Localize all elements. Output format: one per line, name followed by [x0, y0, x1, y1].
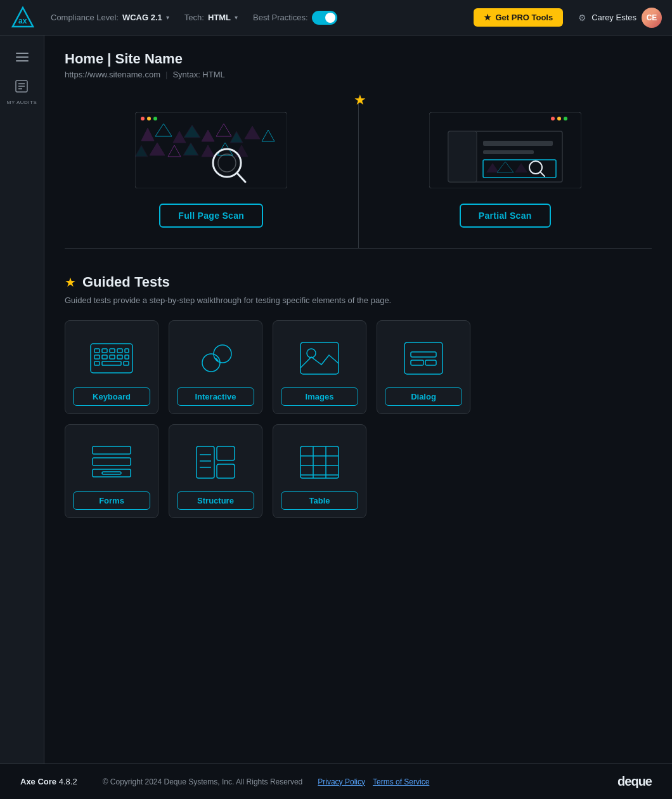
privacy-policy-link[interactable]: Privacy Policy: [318, 777, 365, 786]
tech-item: Tech: HTML ▾: [184, 13, 238, 22]
hamburger-line: [16, 56, 29, 58]
scan-cards-section: Full Page Scan ★: [65, 97, 652, 249]
axe-core-label: Axe Core 4.8.2: [20, 777, 77, 786]
avatar: CE: [642, 8, 662, 28]
svg-point-61: [307, 349, 316, 358]
page-url: https://www.sitename.com: [65, 70, 160, 79]
svg-rect-43: [91, 344, 132, 373]
structure-icon: [177, 432, 254, 491]
guided-tests-title: Guided Tests: [82, 274, 170, 290]
tech-chevron-icon[interactable]: ▾: [235, 14, 238, 21]
partial-scan-illustration: [429, 112, 581, 188]
compliance-level-item: Compliance Level: WCAG 2.1 ▾: [51, 13, 169, 22]
svg-rect-56: [124, 361, 129, 365]
svg-rect-65: [425, 360, 436, 365]
test-row-1: Keyboard Interactiv: [65, 320, 652, 414]
test-card-structure[interactable]: Structure: [169, 424, 262, 518]
test-card-table[interactable]: Table: [273, 424, 366, 518]
forms-test-button[interactable]: Forms: [73, 491, 150, 510]
svg-point-8: [147, 117, 151, 120]
svg-point-31: [557, 117, 561, 120]
test-card-dialog[interactable]: Dialog: [377, 320, 470, 414]
sidebar: MY AUDITS: [0, 36, 44, 763]
svg-point-57: [202, 354, 220, 372]
tech-value: HTML: [208, 13, 231, 22]
test-card-interactive[interactable]: Interactive: [169, 320, 262, 414]
get-pro-tools-button[interactable]: ★ Get PRO Tools: [474, 8, 563, 27]
user-menu[interactable]: ⚙ Carey Estes CE: [578, 8, 662, 28]
svg-rect-66: [93, 446, 131, 454]
tech-label: Tech:: [184, 13, 204, 22]
table-test-button[interactable]: Table: [281, 491, 358, 510]
guided-tests-description: Guided tests provide a step-by-step walk…: [65, 296, 652, 305]
svg-point-30: [551, 117, 555, 120]
svg-rect-54: [94, 361, 100, 365]
compliance-chevron-icon[interactable]: ▾: [166, 14, 169, 21]
full-page-scan-illustration: [135, 112, 287, 188]
main-content: Home | Site Name https://www.sitename.co…: [44, 36, 672, 763]
svg-rect-51: [110, 355, 115, 359]
svg-text:ax: ax: [18, 16, 27, 25]
test-card-images[interactable]: Images: [273, 320, 366, 414]
hamburger-line: [16, 60, 29, 62]
dialog-test-button[interactable]: Dialog: [385, 387, 462, 406]
svg-rect-34: [448, 131, 477, 182]
test-card-forms[interactable]: Forms: [65, 424, 158, 518]
page-meta: https://www.sitename.com | Syntax: HTML: [65, 70, 652, 79]
keyboard-test-button[interactable]: Keyboard: [73, 387, 150, 406]
structure-test-button[interactable]: Structure: [177, 491, 254, 510]
svg-rect-63: [411, 352, 436, 357]
images-test-button[interactable]: Images: [281, 387, 358, 406]
compliance-value: WCAG 2.1: [122, 13, 162, 22]
best-practices-toggle[interactable]: [312, 11, 337, 25]
footer: Axe Core 4.8.2 © Copyright 2024 Deque Sy…: [0, 763, 672, 799]
compliance-label: Compliance Level:: [51, 13, 119, 22]
guided-star-icon: ★: [65, 275, 76, 290]
best-practices-item: Best Practices:: [253, 11, 337, 25]
sidebar-item-my-audits[interactable]: MY AUDITS: [4, 74, 39, 110]
svg-rect-35: [483, 141, 553, 146]
svg-rect-68: [93, 469, 131, 477]
guided-tests-header: ★ Guided Tests: [65, 274, 652, 290]
images-icon: [281, 328, 358, 387]
svg-rect-47: [117, 349, 122, 353]
meta-separator: |: [165, 70, 167, 79]
svg-rect-69: [102, 472, 121, 474]
svg-rect-49: [94, 355, 100, 359]
sidebar-item-label: MY AUDITS: [7, 100, 37, 105]
topbar: ax Compliance Level: WCAG 2.1 ▾ Tech: HT…: [0, 0, 672, 36]
svg-rect-72: [217, 464, 235, 478]
svg-rect-71: [217, 446, 235, 460]
svg-rect-62: [404, 342, 443, 374]
page-title: Home | Site Name: [65, 51, 652, 67]
layout: MY AUDITS Home | Site Name https://www.s…: [0, 36, 672, 763]
audits-icon: [14, 79, 29, 97]
page-header: Home | Site Name https://www.sitename.co…: [65, 51, 652, 79]
svg-rect-52: [117, 355, 122, 359]
partial-scan-card: ★: [359, 97, 652, 248]
terms-of-service-link[interactable]: Terms of Service: [373, 777, 429, 786]
svg-rect-44: [94, 349, 100, 353]
full-page-scan-button[interactable]: Full Page Scan: [159, 204, 263, 228]
pro-star-icon: ★: [354, 92, 366, 108]
copyright-text: © Copyright 2024 Deque Systems, Inc. All…: [103, 777, 303, 786]
svg-rect-76: [300, 446, 339, 478]
interactive-test-button[interactable]: Interactive: [177, 387, 254, 406]
svg-rect-53: [125, 355, 129, 359]
partial-scan-button[interactable]: Partial Scan: [460, 204, 551, 228]
svg-rect-64: [411, 360, 423, 365]
dialog-icon: [385, 328, 462, 387]
deque-brand: deque: [617, 774, 652, 789]
forms-icon: [73, 432, 150, 491]
sidebar-menu-button[interactable]: [11, 46, 34, 68]
logo[interactable]: ax: [10, 5, 36, 30]
test-card-keyboard[interactable]: Keyboard: [65, 320, 158, 414]
svg-rect-70: [197, 446, 214, 478]
best-practices-label: Best Practices:: [253, 13, 308, 22]
svg-point-7: [141, 117, 145, 120]
hamburger-line: [16, 53, 29, 54]
footer-links: Privacy Policy Terms of Service: [318, 777, 429, 786]
svg-rect-45: [102, 349, 107, 353]
svg-point-32: [564, 117, 567, 120]
svg-rect-36: [483, 150, 534, 154]
